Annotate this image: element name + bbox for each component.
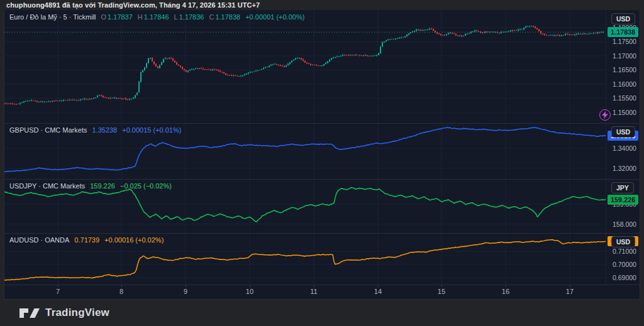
high-value: 1.17846 (144, 13, 169, 21)
close-label: C (209, 13, 214, 21)
symbol-title[interactable]: USDJPY · CMC Markets (9, 182, 85, 190)
price-tick-label: 1.17500 (606, 37, 641, 46)
symbol-title[interactable]: AUDUSD · OANDA (9, 236, 69, 244)
close-value: 1.17838 (215, 13, 240, 21)
price-tick-label: 1.34000 (606, 144, 641, 153)
price-tick-label: 1.15000 (606, 108, 641, 117)
high-label: H (138, 13, 143, 21)
pane-usdjpy[interactable]: USDJPY · CMC Markets 159.226 −0.025 (−0.… (4, 179, 606, 233)
chart-widget[interactable]: Euro / Đô la Mỹ · 5 · Tickmill O1.17837 … (4, 10, 640, 300)
time-tick-label: 11 (310, 288, 317, 295)
tradingview-snapshot: chuphuong4891 đã tạo với TradingView.com… (0, 0, 644, 326)
time-tick-label: 16 (502, 288, 509, 295)
price-tick-label: 0.70000 (606, 260, 641, 269)
axis-separator (4, 285, 641, 285)
legend-gbpusd: GBPUSD · CMC Markets 1.35238 +0.00015 (+… (9, 126, 181, 134)
price-tick-label: 158.000 (606, 220, 641, 229)
chart-plot-eurusd[interactable] (4, 10, 606, 123)
pane-separator[interactable] (4, 179, 641, 180)
legend-eurusd: Euro / Đô la Mỹ · 5 · Tickmill O1.17837 … (9, 13, 304, 21)
price-tick-label: 1.15500 (606, 94, 641, 102)
price-tick-label: 1.32000 (606, 164, 641, 173)
time-tick-label: 9 (184, 288, 187, 295)
last-value: 0.71739 (74, 236, 99, 244)
change-value: −0.025 (−0.02%) (120, 182, 172, 190)
change-value: +0.00015 (+0.01%) (122, 126, 181, 134)
footer-bar: TradingView (0, 300, 644, 326)
last-price-label-usdjpy: 159.226 (608, 195, 638, 205)
price-tick-label: 1.17000 (606, 52, 641, 60)
currency-button-usd[interactable]: USD (611, 13, 635, 24)
price-scale[interactable]: USD USD JPY USD 1.17838 1.35238 159.226 … (606, 10, 641, 285)
pane-eurusd[interactable]: Euro / Đô la Mỹ · 5 · Tickmill O1.17837 … (4, 10, 606, 123)
last-price-label-eurusd: 1.17838 (608, 27, 638, 37)
low-label: L (174, 13, 178, 21)
pane-separator[interactable] (4, 123, 641, 124)
price-tick-label: 1.16500 (606, 65, 641, 74)
pane-audusd[interactable]: AUDUSD · OANDA 0.71739 +0.00016 (+0.02%) (4, 233, 606, 285)
tradingview-logo-icon[interactable] (19, 306, 40, 320)
symbol-title[interactable]: Euro / Đô la Mỹ · 5 · Tickmill (9, 13, 96, 21)
attribution-bar: chuphuong4891 đã tạo với TradingView.com… (0, 0, 644, 10)
last-value: 1.35238 (92, 126, 117, 134)
time-tick-label: 10 (246, 288, 253, 295)
pane-gbpusd[interactable]: GBPUSD · CMC Markets 1.35238 +0.00015 (+… (4, 123, 606, 179)
time-tick-label: 8 (119, 288, 123, 295)
currency-button-usd[interactable]: USD (611, 236, 635, 247)
open-value: 1.17837 (108, 13, 133, 21)
tradingview-brand[interactable]: TradingView (45, 307, 109, 319)
attribution-text: chuphuong4891 đã tạo với TradingView.com… (6, 1, 260, 9)
currency-button-jpy[interactable]: JPY (611, 182, 634, 193)
change-value: +0.00001 (+0.00%) (245, 13, 304, 21)
flash-icon[interactable] (599, 109, 611, 121)
price-tick-label: 0.71000 (606, 247, 641, 256)
legend-usdjpy: USDJPY · CMC Markets 159.226 −0.025 (−0.… (9, 182, 172, 190)
time-tick-label: 17 (566, 288, 574, 295)
time-axis[interactable]: 789101114151617 (4, 285, 641, 300)
lightning-bolt-icon (602, 111, 608, 119)
open-label: O (101, 13, 107, 21)
price-tick-label: 0.69000 (606, 273, 641, 282)
low-value: 1.17836 (179, 13, 204, 21)
change-value: +0.00016 (+0.02%) (104, 236, 164, 244)
time-tick-label: 14 (374, 288, 382, 295)
legend-audusd: AUDUSD · OANDA 0.71739 +0.00016 (+0.02%) (9, 236, 164, 244)
currency-button-usd[interactable]: USD (611, 126, 635, 138)
last-value: 159.226 (90, 182, 115, 190)
time-tick-label: 15 (438, 288, 445, 295)
symbol-title[interactable]: GBPUSD · CMC Markets (9, 126, 87, 134)
pane-separator[interactable] (4, 233, 641, 234)
price-tick-label: 1.16000 (606, 80, 641, 89)
time-tick-label: 7 (56, 288, 60, 295)
